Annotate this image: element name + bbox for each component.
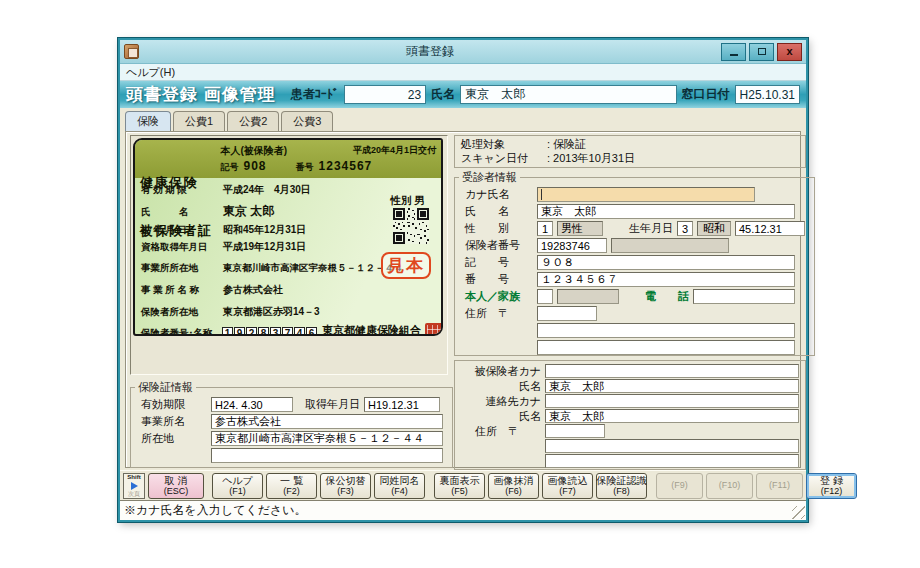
status-bar: ※カナ氏名を入力してください。 [120,500,806,520]
fn-insurance-switch-button[interactable]: 保公切替(F3) [320,473,371,499]
fn-f9-button: (F9) [656,473,703,499]
insurer-digit: 7 [282,327,293,337]
text-caret [541,189,542,200]
fn-f11-button: (F11) [756,473,803,499]
office-addr-field[interactable]: 東京都川崎市高津区宇奈根５－１２－４４ [211,431,443,446]
insurance-card-image: 健康保険 被保険者証 本人(被保険者) 平成20年4月1日交付 記号 908 番… [133,138,443,336]
card-insurer-addr-value: 東京都港区赤羽14－3 [223,305,320,319]
phone-input[interactable] [693,289,795,304]
insurer-digit: 6 [306,327,317,337]
fn-card-recognize-button[interactable]: 保険証認識(F8) [596,473,647,499]
sex-text-display: 男性 [557,221,603,236]
card-issue-date: 平成20年4月1日交付 [353,144,436,158]
symbol-input[interactable]: ９０８ [537,255,795,270]
tab-kohi1[interactable]: 公費1 [173,111,225,131]
menu-help[interactable]: ヘルプ(H) [126,65,175,80]
name-input[interactable]: 東京 太郎 [537,204,795,219]
contact-zip-label: 住所 〒 [461,424,541,439]
valid-until-label: 有効期限 [141,397,207,412]
insured-name-input[interactable]: 東京 太郎 [545,379,799,393]
window-date-label: 窓口日付 [682,86,730,103]
maximize-icon [758,48,766,55]
window-title: 頭書登録 [139,43,721,60]
zip-input[interactable] [537,306,597,321]
minimize-button[interactable] [721,43,746,61]
card-insurer-name: 東京都健康保険組合 [322,325,421,336]
fn-register-button[interactable]: 登 録(F12) [806,473,857,499]
card-kigo-label: 記号 [221,161,239,174]
number-input[interactable]: １２３４５６７ [537,272,795,287]
insurance-card-info-legend: 保険証情報 [135,380,196,395]
card-holder-type: 本人(被保険者) [221,144,288,158]
fn-back-side-button[interactable]: 裏面表示(F5) [434,473,485,499]
card-birth-value: 昭和45年12月31日 [223,223,306,237]
card-valid-value: 平成24年 4月30日 [223,183,311,197]
card-office-addr-label: 事業所所在地 [141,262,223,275]
patient-code-label: 患者ｺｰﾄﾞ [291,86,339,103]
office-addr-label: 所在地 [141,431,207,446]
fn-list-button[interactable]: 一 覧(F2) [266,473,317,499]
office-addr2-field[interactable] [211,448,443,463]
app-icon [124,44,139,59]
address2-input[interactable] [537,340,795,355]
insurer-number-label: 保険者番号 [465,238,533,253]
card-bango-value: 1234567 [319,159,373,173]
card-insurer-no-label: 保険者番号･名称 [141,327,221,336]
card-bango-label: 番号 [296,161,314,174]
card-office-addr-value: 東京都川崎市高津区宇奈根５－１２－４４ [223,262,404,275]
shift-page-button[interactable]: Shift 次頁 [123,473,145,499]
resize-grip[interactable] [792,506,805,519]
process-target-value: : 保険証 [547,137,586,152]
main-panel: 健康保険 被保険者証 本人(被保険者) 平成20年4月1日交付 記号 908 番… [125,131,801,468]
card-birth-label: 生 年 月 日 [141,224,223,237]
window-date-field[interactable]: H25.10.31 [735,85,800,104]
maximize-button[interactable] [749,43,774,61]
insured-kana-label: 被保険者カナ [461,364,541,379]
patient-name-field[interactable]: 東京 太郎 [460,85,676,104]
card-valid-label: 有 効 期 限 [141,184,223,197]
office-name-field[interactable]: 参古株式会社 [211,414,443,429]
tab-kohi3[interactable]: 公費3 [281,111,333,131]
process-info-box: 処理対象 : 保険証 スキャン日付 : 2013年10月31日 [454,135,806,168]
relation-code-input[interactable] [537,289,553,304]
tab-bar: 保険 公費1 公費2 公費3 [120,108,806,131]
card-header: 健康保険 被保険者証 本人(被保険者) 平成20年4月1日交付 記号 908 番… [135,140,441,178]
insured-kana-input[interactable] [545,364,799,378]
contact-address2-input[interactable] [545,454,799,468]
play-triangle-icon [131,482,138,490]
card-acquired-label: 資格取得年月日 [141,241,223,254]
acquired-date-field[interactable]: H19.12.31 [364,397,440,412]
birth-era-code-input[interactable]: 3 [677,221,693,236]
name-label: 氏 名 [465,204,533,219]
close-button[interactable]: x [777,43,802,61]
contact-address1-input[interactable] [545,439,799,453]
tab-kohi2[interactable]: 公費2 [227,111,279,131]
app-window: 頭書登録 x ヘルプ(H) 頭書登録 画像管理 患者ｺｰﾄﾞ 23 氏名 東京 … [118,38,808,522]
sex-code-input[interactable]: 1 [537,221,553,236]
card-name-value: 東京 太郎 [223,203,274,220]
fn-help-button[interactable]: ヘルプ(F1) [212,473,263,499]
patient-code-field[interactable]: 23 [344,85,426,104]
insurer-seal-stamp-icon [425,323,443,336]
insurer-digit: 8 [258,327,269,337]
address-zip-label: 住所 〒 [465,306,533,321]
number-label: 番 号 [465,272,533,287]
card-office-name-value: 参古株式会社 [223,283,283,297]
contact-zip-input[interactable] [545,424,605,438]
contact-kana-input[interactable] [545,394,799,408]
fn-image-delete-button[interactable]: 画像抹消(F6) [488,473,539,499]
fn-image-load-button[interactable]: 画像読込(F7) [542,473,593,499]
birth-date-input[interactable]: 45.12.31 [735,221,805,236]
fn-cancel-button[interactable]: 取 消(ESC) [148,473,204,499]
address1-input[interactable] [537,323,795,338]
valid-until-field[interactable]: H24. 4.30 [211,397,293,412]
insurer-number-input[interactable]: 19283746 [537,238,607,253]
kana-name-input[interactable] [537,187,755,202]
insurer-digit: 9 [234,327,245,337]
sex-label: 性 別 [465,221,533,236]
card-sex-text: 性別 男 [391,194,425,208]
tab-hoken[interactable]: 保険 [125,111,171,131]
contact-name-input[interactable]: 東京 太郎 [545,409,799,423]
patient-info-legend: 受診者情報 [459,170,520,185]
fn-same-name-button[interactable]: 同姓同名(F4) [374,473,425,499]
